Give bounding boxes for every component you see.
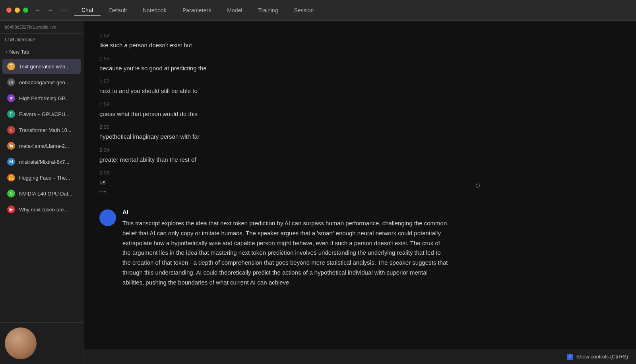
- titlebar: ← → ⋯ Chat Default Notebook Parameters M…: [0, 0, 636, 21]
- sidebar-item-mistral[interactable]: M mistralai/Mixtral-8x7...: [2, 154, 81, 169]
- tab-notebook[interactable]: Notebook: [136, 5, 174, 16]
- sidebar-item-label: NVIDIA L40 GPU Dat...: [19, 191, 72, 197]
- avatar-face: [5, 327, 37, 359]
- tab-chat[interactable]: Chat: [74, 4, 101, 16]
- tab-training[interactable]: Training: [251, 5, 285, 16]
- transcript-line-6: greater mental ability than the rest of: [99, 155, 620, 165]
- transcript-line-7: us: [99, 178, 620, 187]
- transcript-line-8: """: [99, 189, 620, 198]
- sidebar-item-label: meta-llama/Llama-2...: [19, 143, 69, 149]
- sidebar-item-label: oobabooga/text-gen...: [19, 79, 70, 85]
- meta-llama-icon: 🦙: [7, 142, 15, 150]
- transcript-line-4: guess what that person would do this: [99, 110, 620, 119]
- tab-session[interactable]: Session: [287, 5, 321, 16]
- timestamp-6: 2:04: [99, 147, 620, 153]
- show-controls-row: ✓ Show controls (Ctrl+S): [567, 354, 628, 360]
- content-area: 1:52 like such a person doesn't exist bu…: [83, 21, 636, 364]
- tabs-bar: Chat Default Notebook Parameters Model T…: [74, 4, 636, 16]
- timestamp-3: 1:57: [99, 78, 620, 84]
- ai-avatar: [99, 209, 116, 226]
- high-performing-icon: ★: [7, 94, 15, 102]
- sidebar-item-label: Why next-token pre...: [19, 207, 68, 213]
- forward-button[interactable]: →: [46, 6, 55, 15]
- main-layout: b8498c3227fd1.gradio.live LLM inference …: [0, 21, 636, 364]
- timestamp-5: 2:00: [99, 124, 620, 130]
- timestamp-1: 1:52: [99, 33, 620, 39]
- sidebar-item-meta-llama[interactable]: 🦙 meta-llama/Llama-2...: [2, 138, 81, 153]
- transformer-math-icon: ∑: [7, 126, 15, 134]
- show-controls-label: Show controls (Ctrl+S): [576, 354, 628, 360]
- sidebar-item-label: Transformer Math 10...: [19, 127, 72, 133]
- sidebar-item-text-generation[interactable]: T Text generation web...: [2, 59, 81, 74]
- sidebar-item-flavors[interactable]: F Flavors – GPU/CPU...: [2, 106, 81, 122]
- tab-parameters[interactable]: Parameters: [175, 5, 218, 16]
- ai-message-content: AI This transcript explores the idea tha…: [122, 209, 448, 287]
- tab-default[interactable]: Default: [102, 5, 134, 16]
- nvidia-icon: N: [7, 190, 15, 197]
- bottom-bar: ✓ Show controls (Ctrl+S): [83, 349, 636, 364]
- back-button[interactable]: ←: [33, 6, 43, 15]
- sidebar-item-transformer-math[interactable]: ∑ Transformer Math 10...: [2, 122, 81, 137]
- sidebar-item-label: Hugging Face – The...: [19, 175, 70, 181]
- close-button[interactable]: [6, 8, 12, 13]
- sidebar-item-nvidia[interactable]: N NVIDIA L40 GPU Dat...: [2, 186, 81, 201]
- text-generation-icon: T: [7, 62, 15, 70]
- tab-model[interactable]: Model: [220, 5, 249, 16]
- show-controls-checkbox[interactable]: ✓: [567, 354, 573, 360]
- sidebar-item-oobabooga[interactable]: ⊙ oobabooga/text-gen...: [2, 75, 81, 90]
- nav-arrows: ← → ⋯: [33, 6, 70, 15]
- sidebar-items: T Text generation web... ⊙ oobabooga/tex…: [0, 58, 83, 322]
- sidebar-label: LLM inference: [0, 34, 83, 46]
- sidebar: b8498c3227fd1.gradio.live LLM inference …: [0, 21, 83, 364]
- sidebar-item-label: High Performing GP...: [19, 95, 69, 101]
- transcript-line-2: because you're so good at predicting the: [99, 64, 620, 73]
- minimize-button[interactable]: [15, 8, 20, 13]
- ai-message: AI This transcript explores the idea tha…: [99, 209, 620, 287]
- hugging-face-icon: 🤗: [7, 174, 15, 182]
- transcript-line-1: like such a person doesn't exist but: [99, 41, 620, 50]
- sidebar-item-label: mistralai/Mixtral-8x7...: [19, 159, 69, 165]
- transcript-line-3: next to and you should still be able to: [99, 87, 620, 96]
- mistral-icon: M: [7, 158, 15, 166]
- oobabooga-icon: ⊙: [7, 78, 15, 86]
- new-tab-button[interactable]: + New Tab: [0, 46, 83, 58]
- sidebar-url: b8498c3227fd1.gradio.live: [0, 21, 83, 34]
- sidebar-item-label: Text generation web...: [19, 64, 70, 70]
- maximize-button[interactable]: [23, 8, 28, 13]
- youtube-icon: ▶: [7, 205, 15, 213]
- timestamp-2: 1:55: [99, 56, 620, 62]
- more-button[interactable]: ⋯: [58, 6, 70, 15]
- window-controls: [6, 8, 28, 13]
- flavors-icon: F: [7, 110, 15, 118]
- timestamp-4: 1:58: [99, 101, 620, 107]
- ai-response-text: This transcript explores the idea that n…: [122, 219, 448, 287]
- sidebar-item-high-performing[interactable]: ★ High Performing GP...: [2, 91, 81, 106]
- sidebar-item-label: Flavors – GPU/CPU...: [19, 111, 70, 117]
- ai-label: AI: [122, 209, 448, 215]
- avatar: [5, 327, 37, 359]
- sidebar-avatar: [0, 322, 83, 364]
- sidebar-item-why-next-token[interactable]: ▶ Why next-token pre...: [2, 202, 81, 217]
- sidebar-item-hugging-face[interactable]: 🤗 Hugging Face – The...: [2, 170, 81, 185]
- chat-scroll[interactable]: 1:52 like such a person doesn't exist bu…: [83, 21, 636, 349]
- timestamp-7: 2:06: [99, 170, 620, 176]
- transcript-line-5: hypothetical imaginary person with far: [99, 132, 620, 141]
